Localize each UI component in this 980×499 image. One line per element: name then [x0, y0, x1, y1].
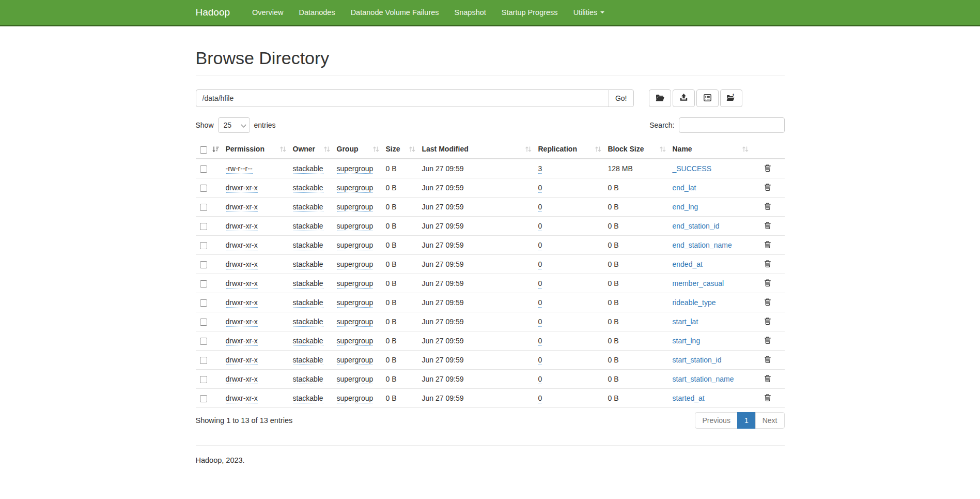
- select-all-checkbox[interactable]: [200, 146, 207, 154]
- group-value[interactable]: supergroup: [337, 184, 374, 193]
- row-checkbox[interactable]: [200, 395, 207, 402]
- owner-value[interactable]: stackable: [293, 317, 323, 327]
- file-name-link[interactable]: start_lng: [673, 337, 701, 345]
- replication-value[interactable]: 0: [538, 184, 542, 193]
- permission-value[interactable]: -rw-r--r--: [226, 164, 253, 174]
- row-checkbox[interactable]: [200, 280, 207, 288]
- owner-value[interactable]: stackable: [293, 375, 323, 384]
- delete-button[interactable]: [764, 317, 771, 326]
- upload-file-button[interactable]: [673, 89, 695, 107]
- owner-value[interactable]: stackable: [293, 164, 323, 174]
- replication-value[interactable]: 0: [538, 203, 542, 212]
- owner-value[interactable]: stackable: [293, 260, 323, 269]
- delete-button[interactable]: [764, 260, 771, 269]
- move-folder-button[interactable]: t: [720, 89, 742, 107]
- page-size-select[interactable]: 25: [219, 118, 250, 132]
- group-value[interactable]: supergroup: [337, 203, 374, 212]
- group-value[interactable]: supergroup: [337, 164, 374, 174]
- header-size[interactable]: Size: [382, 140, 418, 159]
- header-block-size[interactable]: Block Size: [604, 140, 668, 159]
- replication-value[interactable]: 0: [538, 394, 542, 403]
- replication-value[interactable]: 0: [538, 260, 542, 269]
- permission-value[interactable]: drwxr-xr-x: [226, 298, 258, 308]
- delete-button[interactable]: [764, 336, 771, 345]
- delete-button[interactable]: [764, 374, 771, 384]
- replication-value[interactable]: 0: [538, 298, 542, 308]
- owner-value[interactable]: stackable: [293, 279, 323, 289]
- header-group[interactable]: Group: [333, 140, 382, 159]
- file-name-link[interactable]: ended_at: [673, 260, 703, 268]
- group-value[interactable]: supergroup: [337, 222, 374, 231]
- group-value[interactable]: supergroup: [337, 394, 374, 403]
- group-value[interactable]: supergroup: [337, 317, 374, 327]
- permission-value[interactable]: drwxr-xr-x: [226, 375, 258, 384]
- permission-value[interactable]: drwxr-xr-x: [226, 279, 258, 289]
- row-checkbox[interactable]: [200, 357, 207, 364]
- replication-value[interactable]: 0: [538, 356, 542, 365]
- header-name[interactable]: Name: [668, 140, 751, 159]
- group-value[interactable]: supergroup: [337, 241, 374, 250]
- permission-value[interactable]: drwxr-xr-x: [226, 317, 258, 327]
- delete-button[interactable]: [764, 394, 771, 403]
- nav-item-datanode-volume-failures[interactable]: Datanode Volume Failures: [343, 0, 447, 25]
- delete-button[interactable]: [764, 279, 771, 288]
- owner-value[interactable]: stackable: [293, 394, 323, 403]
- owner-value[interactable]: stackable: [293, 298, 323, 308]
- permission-value[interactable]: drwxr-xr-x: [226, 337, 258, 346]
- row-checkbox[interactable]: [200, 338, 207, 345]
- delete-button[interactable]: [764, 240, 771, 250]
- row-checkbox[interactable]: [200, 185, 207, 192]
- owner-value[interactable]: stackable: [293, 203, 323, 212]
- nav-item-startup-progress[interactable]: Startup Progress: [494, 0, 566, 25]
- group-value[interactable]: supergroup: [337, 337, 374, 346]
- owner-value[interactable]: stackable: [293, 222, 323, 231]
- delete-button[interactable]: [764, 183, 771, 192]
- permission-value[interactable]: drwxr-xr-x: [226, 241, 258, 250]
- create-directory-button[interactable]: [649, 89, 671, 107]
- row-checkbox[interactable]: [200, 299, 207, 307]
- header-last-modified[interactable]: Last Modified: [418, 140, 534, 159]
- owner-value[interactable]: stackable: [293, 241, 323, 250]
- directory-path-input[interactable]: [196, 89, 609, 107]
- header-select-all[interactable]: [196, 140, 222, 159]
- header-owner[interactable]: Owner: [289, 140, 333, 159]
- permission-value[interactable]: drwxr-xr-x: [226, 356, 258, 365]
- row-checkbox[interactable]: [200, 165, 207, 173]
- file-name-link[interactable]: start_lat: [673, 317, 698, 326]
- owner-value[interactable]: stackable: [293, 356, 323, 365]
- permission-value[interactable]: drwxr-xr-x: [226, 260, 258, 269]
- group-value[interactable]: supergroup: [337, 279, 374, 289]
- file-name-link[interactable]: start_station_id: [673, 356, 722, 364]
- permission-value[interactable]: drwxr-xr-x: [226, 184, 258, 193]
- replication-value[interactable]: 0: [538, 241, 542, 250]
- pagination-page-1[interactable]: 1: [737, 412, 756, 429]
- row-checkbox[interactable]: [200, 261, 207, 268]
- header-replication[interactable]: Replication: [534, 140, 604, 159]
- file-name-link[interactable]: member_casual: [673, 279, 724, 288]
- nav-item-utilities[interactable]: Utilities: [566, 0, 613, 25]
- row-checkbox[interactable]: [200, 242, 207, 249]
- group-value[interactable]: supergroup: [337, 356, 374, 365]
- permission-value[interactable]: drwxr-xr-x: [226, 203, 258, 212]
- brand-hadoop[interactable]: Hadoop: [196, 7, 236, 18]
- nav-item-snapshot[interactable]: Snapshot: [447, 0, 494, 25]
- permission-value[interactable]: drwxr-xr-x: [226, 222, 258, 231]
- file-name-link[interactable]: end_lng: [673, 203, 698, 211]
- replication-value[interactable]: 0: [538, 222, 542, 231]
- owner-value[interactable]: stackable: [293, 184, 323, 193]
- nav-item-datanodes[interactable]: Datanodes: [291, 0, 343, 25]
- file-name-link[interactable]: end_station_name: [673, 241, 732, 249]
- delete-button[interactable]: [764, 202, 771, 211]
- go-button[interactable]: Go!: [609, 89, 634, 107]
- permission-value[interactable]: drwxr-xr-x: [226, 394, 258, 403]
- replication-value[interactable]: 3: [538, 164, 542, 174]
- file-name-link[interactable]: rideable_type: [673, 298, 716, 307]
- row-checkbox[interactable]: [200, 223, 207, 230]
- delete-button[interactable]: [764, 298, 771, 307]
- nav-item-overview[interactable]: Overview: [244, 0, 291, 25]
- delete-button[interactable]: [764, 221, 771, 231]
- file-name-link[interactable]: _SUCCESS: [673, 164, 711, 173]
- row-checkbox[interactable]: [200, 319, 207, 326]
- file-name-link[interactable]: end_lat: [673, 184, 696, 192]
- row-checkbox[interactable]: [200, 376, 207, 383]
